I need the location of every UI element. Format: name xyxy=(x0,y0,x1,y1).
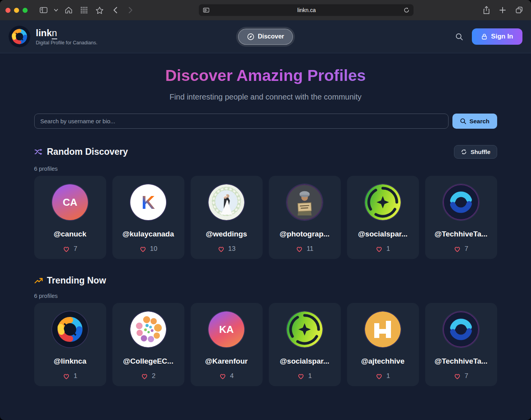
avatar-socialsparkle xyxy=(365,184,401,220)
heart-icon xyxy=(297,373,305,380)
profile-card[interactable]: @socialspar... 1 xyxy=(269,303,341,386)
avatar-techhive xyxy=(443,312,479,347)
heart-icon xyxy=(454,245,461,252)
sidebar-toggle-icon[interactable] xyxy=(37,4,50,16)
avatar-canuck: CA xyxy=(52,184,88,220)
profile-card[interactable]: @CollegeEC... 2 xyxy=(112,303,184,386)
refresh-icon xyxy=(461,149,467,155)
profile-card[interactable]: @weddings 13 xyxy=(191,176,263,259)
profile-card[interactable]: @ajtechhive 1 xyxy=(347,303,419,386)
zoom-window-button[interactable] xyxy=(23,8,28,13)
profile-username: @socialspar... xyxy=(280,357,329,366)
site-header: linkn Digital Profile for Canadians. Dis… xyxy=(0,20,531,53)
profile-username: @TechhiveTa... xyxy=(435,230,487,238)
avatar-socialsparkle xyxy=(287,312,322,347)
heart-icon xyxy=(139,245,147,252)
brand-suffix: n xyxy=(52,28,57,39)
brand-tagline: Digital Profile for Canadians. xyxy=(36,40,97,46)
header-search-icon[interactable] xyxy=(455,33,463,41)
heart-icon xyxy=(63,373,70,380)
profile-card[interactable]: @linknca 1 xyxy=(34,303,106,386)
like-count: 11 xyxy=(307,245,314,253)
home-icon[interactable] xyxy=(62,4,75,16)
avatar-weddings xyxy=(209,184,244,220)
profile-username: @canuck xyxy=(54,230,86,238)
reader-view-icon[interactable] xyxy=(203,7,210,13)
shuffle-section-icon xyxy=(34,148,43,156)
section-random-discovery: Random Discovery Shuffle xyxy=(34,145,497,259)
sign-in-label: Sign In xyxy=(491,33,513,40)
heart-icon xyxy=(219,373,226,380)
like-count: 7 xyxy=(464,245,468,253)
avatar-ajtechhive xyxy=(365,312,401,347)
like-count: 2 xyxy=(152,372,155,380)
url-text: linkn.ca xyxy=(210,7,403,13)
search-icon xyxy=(460,118,466,124)
trending-up-icon xyxy=(34,277,43,285)
profile-username: @photograp... xyxy=(280,230,329,238)
like-count: 4 xyxy=(230,372,233,380)
back-icon[interactable] xyxy=(109,4,122,16)
heart-icon xyxy=(375,373,383,380)
like-count: 10 xyxy=(150,245,158,253)
profile-username: @CollegeEC... xyxy=(123,357,173,366)
profile-card[interactable]: @TechhiveTa... 7 xyxy=(425,176,497,259)
browser-window: linkn.ca xyxy=(0,0,531,420)
avatar-linknca xyxy=(52,312,88,347)
close-window-button[interactable] xyxy=(5,8,11,13)
profile-card[interactable]: CA @canuck 7 xyxy=(34,176,106,259)
profile-count: 6 profiles xyxy=(34,165,497,172)
like-count: 1 xyxy=(308,372,312,380)
new-tab-icon[interactable] xyxy=(496,4,509,16)
like-count: 1 xyxy=(386,372,390,380)
avatar-photographer xyxy=(287,184,322,220)
app-grid-icon[interactable] xyxy=(77,4,91,16)
profile-username: @kulaycanada xyxy=(123,230,174,238)
profile-username: @TechhiveTa... xyxy=(435,357,487,366)
like-count: 7 xyxy=(464,372,468,380)
like-count: 13 xyxy=(228,245,236,253)
section-title: Random Discovery xyxy=(47,147,128,157)
nav-discover-button[interactable]: Discover xyxy=(238,29,293,45)
sign-in-button[interactable]: Sign In xyxy=(472,28,522,45)
avatar-techhive xyxy=(443,184,479,220)
heart-icon xyxy=(296,245,303,252)
brand-name: linkn xyxy=(36,28,97,38)
sidebar-chevron-icon[interactable] xyxy=(53,4,60,16)
avatar-kulaycanada: K xyxy=(130,184,166,220)
tab-overview-icon[interactable] xyxy=(512,4,526,16)
minimize-window-button[interactable] xyxy=(14,8,19,13)
avatar-college xyxy=(130,312,166,347)
profile-card[interactable]: @photograp... 11 xyxy=(269,176,341,259)
profile-card[interactable]: @TechhiveTa... 7 xyxy=(425,303,497,386)
favorites-star-icon[interactable] xyxy=(93,4,106,16)
compass-icon xyxy=(247,33,254,40)
traffic-lights xyxy=(5,8,28,13)
address-bar[interactable]: linkn.ca xyxy=(199,4,414,16)
profile-username: @ajtechhive xyxy=(361,357,404,366)
profile-card[interactable]: @socialspar... 1 xyxy=(347,176,419,259)
shuffle-button[interactable]: Shuffle xyxy=(454,145,497,159)
like-count: 1 xyxy=(386,245,390,253)
profile-card[interactable]: K @kulaycanada 10 xyxy=(112,176,184,259)
page-subtitle: Find interesting people and connect with… xyxy=(34,93,497,102)
share-icon[interactable] xyxy=(480,4,493,16)
search-input[interactable] xyxy=(34,114,449,129)
profile-card[interactable]: KA @Karenfour 4 xyxy=(191,303,263,386)
heart-icon xyxy=(141,373,148,380)
browser-toolbar: linkn.ca xyxy=(0,0,531,20)
forward-icon[interactable] xyxy=(124,4,137,16)
reload-icon[interactable] xyxy=(403,7,410,13)
search-button[interactable]: Search xyxy=(452,114,497,129)
profile-username: @linknca xyxy=(54,357,86,366)
profile-count: 6 profiles xyxy=(34,292,497,299)
nav-discover-label: Discover xyxy=(258,33,284,40)
section-title: Trending Now xyxy=(47,275,106,286)
page-content: Discover Amazing Profiles Find interesti… xyxy=(0,53,531,420)
like-count: 1 xyxy=(74,372,77,380)
section-trending-now: Trending Now 6 profiles @linknca 1 xyxy=(34,275,497,386)
heart-icon xyxy=(63,245,70,252)
site-logo[interactable] xyxy=(9,26,30,47)
heart-icon xyxy=(454,373,461,380)
heart-icon xyxy=(375,245,383,252)
